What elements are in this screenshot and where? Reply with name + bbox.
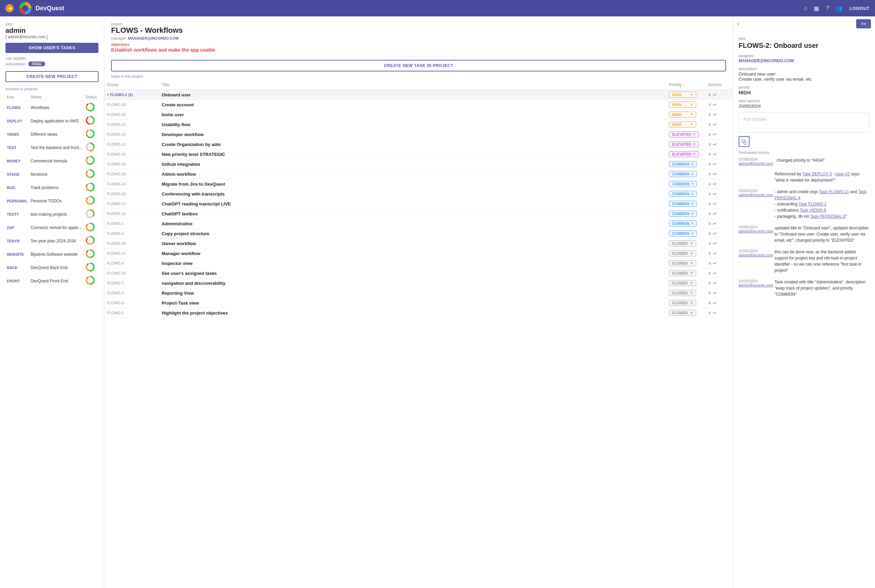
subtask-icon[interactable]: ↵ [713, 181, 717, 187]
priority-badge[interactable]: CLOSED ▼ [669, 270, 696, 276]
priority-badge[interactable]: COMMON ▼ [669, 220, 697, 226]
subtask-icon[interactable]: ↵ [713, 112, 717, 117]
menu-icon[interactable]: ≡ [708, 250, 711, 256]
menu-icon[interactable]: ≡ [708, 92, 711, 98]
priority-badge[interactable]: COMMON ▼ [669, 171, 697, 177]
menu-icon[interactable]: ≡ [708, 191, 711, 196]
list-item[interactable]: ZAP Connecto revival for apple... [6, 221, 99, 234]
priority-badge[interactable]: COMMON ▼ [669, 211, 697, 217]
table-row[interactable]: FLOWS-3 Reporting View CLOSED ▼ ≡ ↵ [104, 288, 733, 298]
subtask-icon[interactable]: ↵ [713, 231, 717, 236]
table-row[interactable]: FLOWS-22 Developer workflow ELEVATED ▼ ≡… [104, 130, 733, 140]
menu-icon[interactable]: ≡ [708, 270, 711, 276]
attach-button[interactable]: 📎 [739, 136, 749, 147]
table-row[interactable]: FLOWS-19 Admin workflow COMMON ▼ ≡ ↵ [104, 169, 733, 179]
subtask-icon[interactable]: ↵ [713, 171, 717, 177]
table-row[interactable]: FLOWS-12 ChatGPT textbox COMMON ▼ ≡ ↵ [104, 209, 733, 219]
priority-badge[interactable]: ELEVATED ▼ [669, 151, 699, 157]
users-icon[interactable]: 👥 [836, 5, 842, 12]
priority-badge[interactable]: HIGH ▼ [669, 102, 696, 108]
table-row[interactable]: ▾ FLOWS-2 (2) Onboard user HIGH ▼ ≡ ↵ [104, 90, 733, 100]
subtask-icon[interactable]: ↵ [713, 250, 717, 256]
subtask-icon[interactable]: ↵ [713, 122, 717, 127]
list-item[interactable]: TENYR Ten year plan 2024-2034 [6, 234, 99, 248]
subtask-icon[interactable]: ↵ [713, 280, 717, 286]
menu-icon[interactable]: ≡ [708, 181, 711, 187]
priority-badge[interactable]: ELEVATED ▼ [669, 131, 699, 137]
next-button[interactable]: >> [856, 19, 871, 28]
table-row[interactable]: FLOWS-7 navigation and discoverability C… [104, 278, 733, 288]
table-row[interactable]: FLOWS-6 Copy project structure COMMON ▼ … [104, 229, 733, 238]
list-item[interactable]: FLOWS Workflows [6, 101, 99, 114]
collapse-right-btn[interactable]: › [737, 21, 739, 27]
subtask-icon[interactable]: ↵ [713, 300, 717, 306]
list-item[interactable]: TESTY test making projects [6, 207, 99, 221]
table-row[interactable]: FLOWS-21 Manager workflow CLOSED ▼ ≡ ↵ [104, 249, 733, 258]
subtask-icon[interactable]: ↵ [713, 161, 717, 167]
list-item[interactable]: BUG Track problems [6, 181, 99, 194]
history-link-views9[interactable]: Task VIEWS-9 [800, 208, 826, 213]
priority-badge[interactable]: COMMON ▼ [669, 191, 697, 197]
history-link-personal5[interactable]: Task PERSONAL-5 [810, 214, 846, 219]
menu-icon[interactable]: ≡ [708, 280, 711, 286]
priority-badge[interactable]: COMMON ▼ [669, 230, 697, 237]
priority-badge[interactable]: CLOSED ▼ [669, 310, 696, 316]
priority-badge[interactable]: COMMON ▼ [669, 161, 697, 167]
list-item[interactable]: PERSONAL Personal TODOs [6, 194, 99, 207]
menu-icon[interactable]: ≡ [708, 152, 711, 157]
table-row[interactable]: FLOWS-14 Migrate from Jira to DevQuest C… [104, 179, 733, 189]
priority-badge[interactable]: HIGH ▼ [669, 111, 696, 118]
table-row[interactable]: FLOWS-16 See user's assigned tasks CLOSE… [104, 268, 733, 278]
show-tasks-button[interactable]: SHOW USER'S TASKS [6, 43, 99, 53]
menu-icon[interactable]: ≡ [708, 290, 711, 296]
table-row[interactable]: FLOWS-20 Owner workflow CLOSED ▼ ≡ ↵ [104, 238, 733, 249]
priority-badge[interactable]: CLOSED ▼ [669, 280, 696, 286]
priority-badge[interactable]: HIGH ▼ [669, 122, 696, 128]
table-row[interactable]: FLOWS-13 Usability flow HIGH ▼ ≡ ↵ [104, 120, 733, 130]
assignee-value[interactable]: MANAGER@INCORDO.COM [739, 58, 869, 63]
priority-badge[interactable]: CLOSED ▼ [669, 300, 696, 306]
table-row[interactable]: FLOWS-10 Github integration COMMON ▼ ≡ ↵ [104, 159, 733, 169]
priority-badge[interactable]: HIGH ▼ [669, 92, 696, 98]
history-link-deploy3[interactable]: Task DEPLOY-3 [802, 172, 832, 176]
menu-icon[interactable]: ≡ [708, 102, 711, 107]
subtask-icon[interactable]: ↵ [713, 310, 717, 315]
list-item[interactable]: DEPLOY Deploy application to AWS [6, 114, 99, 128]
subtask-icon[interactable]: ↵ [713, 241, 717, 246]
table-row[interactable]: FLOWS-8 Project-Task view CLOSED ▼ ≡ ↵ [104, 298, 733, 308]
priority-badge[interactable]: CLOSED ▼ [669, 250, 696, 256]
home-icon[interactable]: ⌂ [804, 5, 807, 11]
list-item[interactable]: FRONT DevQuest Front End [6, 274, 99, 288]
menu-icon[interactable]: ≡ [708, 261, 711, 266]
menu-icon[interactable]: ≡ [708, 241, 711, 246]
menu-icon[interactable]: ≡ [708, 132, 711, 137]
menu-icon[interactable]: ≡ [708, 300, 711, 306]
menu-icon[interactable]: ≡ [708, 221, 711, 226]
menu-icon[interactable]: ≡ [708, 310, 711, 315]
grid-icon[interactable]: ▦ [814, 5, 819, 12]
list-item[interactable]: VIEWS Different views [6, 128, 99, 141]
list-item[interactable]: TEST Test the backend and front... [6, 141, 99, 154]
subtask-icon[interactable]: ↵ [713, 141, 717, 147]
subtask-icon[interactable]: ↵ [713, 191, 717, 196]
table-row[interactable]: FLOWS-11 Create Organization by adm ELEV… [104, 140, 733, 149]
table-row[interactable]: FLOWS-17 ChatGPT reading transcript LIVE… [104, 199, 733, 209]
create-task-button[interactable]: CREATE NEW TASK IN PROJECT [111, 60, 726, 72]
menu-icon[interactable]: ≡ [708, 112, 711, 117]
create-project-button[interactable]: CREATE NEW PROJECT [6, 71, 99, 82]
priority-badge[interactable]: COMMON ▼ [669, 181, 697, 187]
add-update-input[interactable]: Add Update [739, 112, 869, 133]
history-link-flows11[interactable]: Task FLOWS-11 [819, 189, 849, 194]
list-item[interactable]: BACK DevQuest Back End [6, 261, 99, 274]
priority-badge[interactable]: CLOSED ▼ [669, 290, 696, 296]
subtask-icon[interactable]: ↵ [713, 132, 717, 137]
menu-icon[interactable]: ≡ [708, 231, 711, 236]
history-link-flows2[interactable]: Task FLOWS-2 [799, 202, 827, 207]
logout-button[interactable]: LOGOUT [850, 6, 869, 11]
priority-badge[interactable]: ELEVATED ▼ [669, 141, 699, 147]
menu-icon[interactable]: ≡ [708, 211, 711, 216]
menu-icon[interactable]: ≡ [708, 161, 711, 167]
priority-badge[interactable]: CLOSED ▼ [669, 240, 696, 246]
help-icon[interactable]: ? [826, 5, 829, 11]
subtask-icon[interactable]: ↵ [713, 290, 717, 296]
